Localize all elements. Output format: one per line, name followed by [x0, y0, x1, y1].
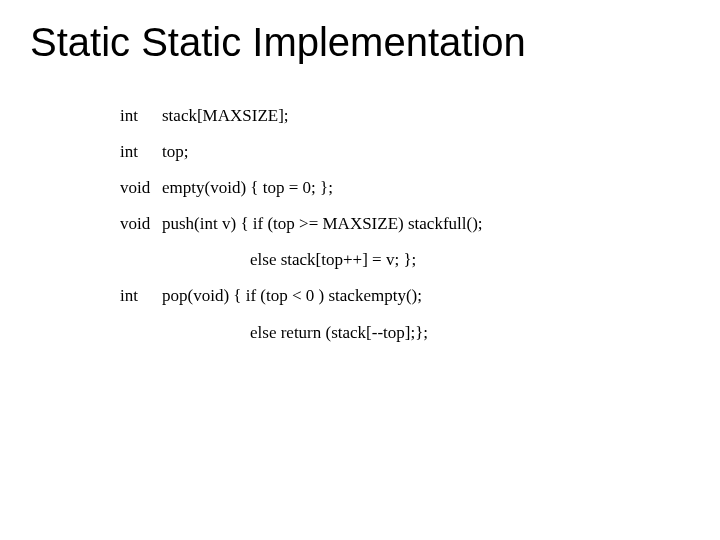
code-line: void push(int v) { if (top >= MAXSIZE) s… [120, 213, 690, 235]
code-line: int stack[MAXSIZE]; [120, 105, 690, 127]
code-line: void empty(void) { top = 0; }; [120, 177, 690, 199]
keyword: int [120, 141, 162, 163]
slide-title: Static Static Implementation [30, 20, 690, 65]
code-line-cont: else return (stack[--top];}; [250, 322, 690, 344]
code-line: int top; [120, 141, 690, 163]
slide: Static Static Implementation int stack[M… [0, 0, 720, 540]
code-text: top; [162, 141, 188, 163]
code-text: pop(void) { if (top < 0 ) stackempty(); [162, 285, 422, 307]
code-line: int pop(void) { if (top < 0 ) stackempty… [120, 285, 690, 307]
keyword: void [120, 213, 162, 235]
code-text: push(int v) { if (top >= MAXSIZE) stackf… [162, 213, 483, 235]
code-text: stack[MAXSIZE]; [162, 105, 289, 127]
keyword: int [120, 105, 162, 127]
keyword: void [120, 177, 162, 199]
keyword: int [120, 285, 162, 307]
code-block: int stack[MAXSIZE]; int top; void empty(… [120, 105, 690, 344]
code-line-cont: else stack[top++] = v; }; [250, 249, 690, 271]
code-text: empty(void) { top = 0; }; [162, 177, 333, 199]
